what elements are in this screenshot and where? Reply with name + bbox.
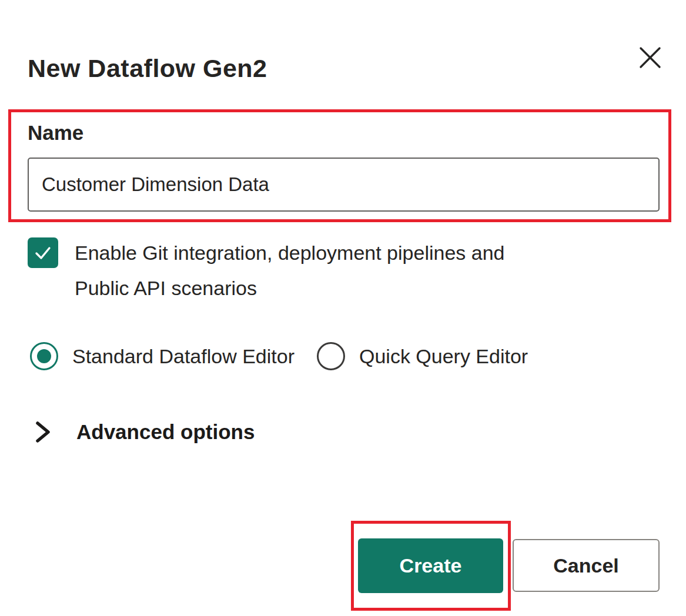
advanced-options-expander[interactable]: Advanced options bbox=[34, 420, 255, 444]
radio-unselected-icon bbox=[317, 342, 345, 370]
checkbox-label-line2: Public API scenarios bbox=[75, 270, 504, 306]
radio-standard-dataflow-editor[interactable]: Standard Dataflow Editor bbox=[30, 342, 295, 370]
radio-selected-icon bbox=[30, 342, 58, 370]
close-icon bbox=[637, 45, 663, 71]
checkbox-label-line1: Enable Git integration, deployment pipel… bbox=[75, 235, 504, 270]
page-title: New Dataflow Gen2 bbox=[28, 54, 267, 83]
advanced-options-label: Advanced options bbox=[76, 420, 255, 444]
git-integration-checkbox[interactable] bbox=[28, 237, 58, 268]
git-integration-checkbox-label: Enable Git integration, deployment pipel… bbox=[75, 235, 504, 306]
radio-label: Standard Dataflow Editor bbox=[72, 345, 295, 368]
radio-label: Quick Query Editor bbox=[359, 345, 528, 368]
checkmark-icon bbox=[32, 242, 53, 263]
chevron-right-icon bbox=[34, 420, 52, 444]
editor-radio-group: Standard Dataflow Editor Quick Query Edi… bbox=[30, 342, 528, 370]
name-input[interactable] bbox=[28, 158, 660, 212]
cancel-button[interactable]: Cancel bbox=[513, 539, 660, 592]
name-field-label: Name bbox=[28, 121, 83, 145]
create-button[interactable]: Create bbox=[358, 538, 503, 593]
git-integration-checkbox-row: Enable Git integration, deployment pipel… bbox=[28, 235, 504, 306]
radio-quick-query-editor[interactable]: Quick Query Editor bbox=[317, 342, 528, 370]
close-button[interactable] bbox=[636, 43, 664, 72]
radio-dot bbox=[37, 349, 51, 363]
